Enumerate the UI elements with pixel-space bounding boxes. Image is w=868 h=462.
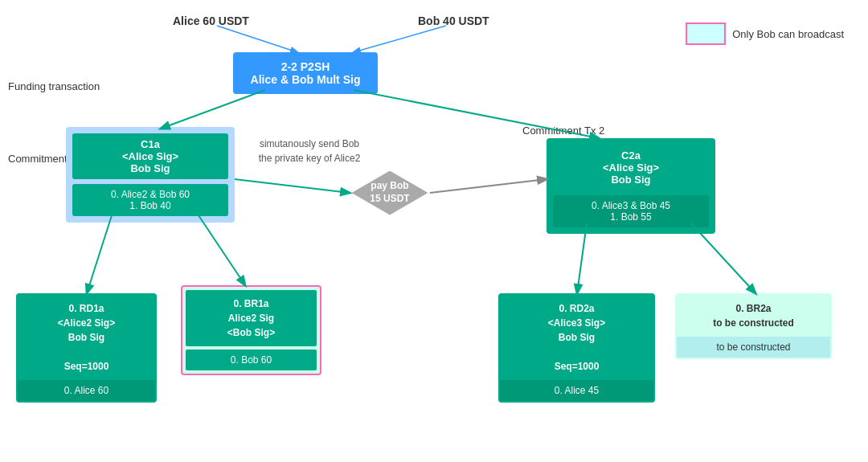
c1a-box: C1a <Alice Sig> Bob Sig 0. Alice2 & Bob … bbox=[66, 127, 235, 223]
bob-label: Bob 40 USDT bbox=[418, 14, 489, 27]
rd2a-sig: 0. RD2a <Alice3 Sig> Bob Sig Seq=1000 bbox=[500, 295, 653, 380]
rd2a-box: 0. RD2a <Alice3 Sig> Bob Sig Seq=1000 0.… bbox=[498, 293, 655, 403]
svg-line-4 bbox=[87, 213, 113, 293]
svg-line-7 bbox=[430, 179, 547, 193]
c2a-line3: Bob Sig bbox=[611, 174, 650, 186]
rd1a-line2: <Alice2 Sig> bbox=[58, 317, 115, 329]
c1a-line1: C1a bbox=[141, 138, 160, 150]
rd2a-line3: Bob Sig bbox=[559, 332, 595, 343]
br1a-line1: 0. BR1a bbox=[233, 298, 268, 309]
br2a-line1: 0. BR2a bbox=[735, 303, 771, 314]
rd1a-line3: Bob Sig bbox=[68, 332, 104, 343]
c1a-line2: <Alice Sig> bbox=[122, 150, 178, 162]
rd2a-line2: <Alice3 Sig> bbox=[548, 317, 605, 329]
svg-line-1 bbox=[354, 26, 446, 52]
br2a-box: 0. BR2a to be constructed to be construc… bbox=[675, 293, 832, 359]
c2a-sig: C2a <Alice Sig> Bob Sig bbox=[553, 145, 709, 190]
svg-line-0 bbox=[217, 26, 297, 52]
c2a-outputs: 0. Alice3 & Bob 451. Bob 55 bbox=[553, 195, 709, 227]
rd1a-output: 0. Alice 60 bbox=[18, 380, 155, 401]
svg-line-2 bbox=[161, 90, 265, 129]
br1a-box: 0. BR1a Alice2 Sig <Bob Sig> 0. Bob 60 bbox=[181, 285, 321, 375]
c1a-sig: C1a <Alice Sig> Bob Sig bbox=[72, 133, 228, 179]
commitment2-label: Commitment Tx 2 bbox=[522, 125, 604, 137]
br2a-output: to be constructed bbox=[677, 337, 830, 358]
svg-line-6 bbox=[235, 179, 350, 193]
svg-line-5 bbox=[197, 213, 245, 285]
rd1a-sig: 0. RD1a <Alice2 Sig> Bob Sig Seq=1000 bbox=[18, 295, 155, 380]
rd1a-seq: Seq=1000 bbox=[64, 361, 109, 372]
diamond-line1: pay Bob bbox=[371, 180, 408, 191]
rd1a-box: 0. RD1a <Alice2 Sig> Bob Sig Seq=1000 0.… bbox=[16, 293, 157, 403]
diamond-text: pay Bob 15 USDT bbox=[370, 180, 409, 205]
funding-label: Funding transaction bbox=[8, 80, 100, 92]
br1a-line2: Alice2 Sig bbox=[228, 313, 274, 324]
c2a-line2: <Alice Sig> bbox=[603, 161, 659, 174]
funding-box: 2-2 P2SH Alice & Bob Mult Sig bbox=[233, 52, 378, 94]
c1a-line3: Bob Sig bbox=[130, 162, 170, 174]
svg-line-9 bbox=[691, 223, 755, 293]
funding-line1: 2-2 P2SH bbox=[241, 60, 370, 73]
br2a-sig: 0. BR2a to be constructed bbox=[677, 295, 830, 337]
c2a-box: C2a <Alice Sig> Bob Sig 0. Alice3 & Bob … bbox=[547, 138, 715, 234]
c1a-outputs: 0. Alice2 & Bob 601. Bob 40 bbox=[72, 184, 228, 216]
legend: Only Bob can broadcast bbox=[686, 22, 844, 45]
br2a-line2: to be constructed bbox=[713, 317, 794, 329]
rd1a-line1: 0. RD1a bbox=[68, 303, 104, 314]
br1a-line3: <Bob Sig> bbox=[227, 327, 275, 338]
middle-text: simutanously send Bob the private key of… bbox=[257, 137, 362, 166]
rd2a-line1: 0. RD2a bbox=[559, 303, 594, 314]
diagram: Only Bob can broadcast Alice 60 USDT Bob… bbox=[0, 0, 868, 462]
rd2a-seq: Seq=1000 bbox=[555, 361, 600, 372]
legend-box bbox=[686, 22, 726, 45]
c2a-line1: C2a bbox=[621, 149, 641, 161]
alice-label: Alice 60 USDT bbox=[173, 14, 249, 27]
legend-label: Only Bob can broadcast bbox=[732, 28, 844, 40]
funding-line2: Alice & Bob Mult Sig bbox=[241, 73, 370, 86]
diamond-container: pay Bob 15 USDT bbox=[350, 169, 430, 217]
svg-line-8 bbox=[577, 223, 587, 293]
rd2a-output: 0. Alice 45 bbox=[500, 380, 653, 401]
br1a-output: 0. Bob 60 bbox=[186, 350, 317, 370]
diamond-line2: 15 USDT bbox=[370, 193, 409, 204]
br1a-sig: 0. BR1a Alice2 Sig <Bob Sig> bbox=[186, 290, 317, 346]
